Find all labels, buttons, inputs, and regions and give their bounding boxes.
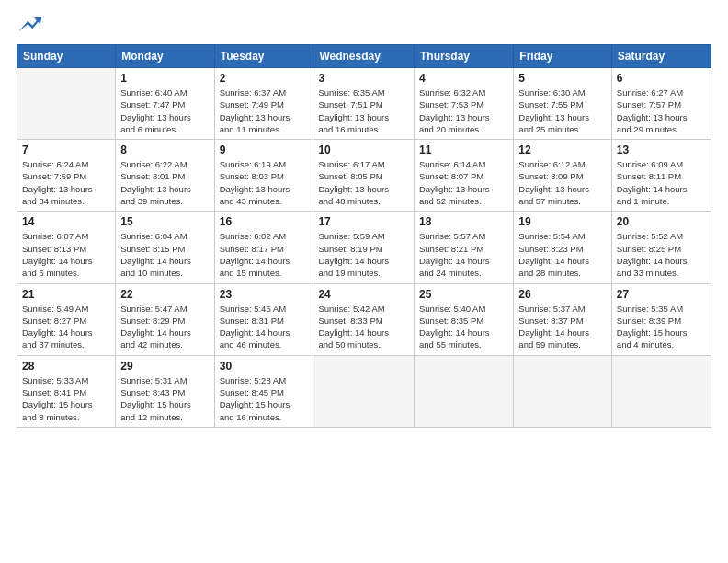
calendar-cell: 24Sunrise: 5:42 AM Sunset: 8:33 PM Dayli… [313,283,415,355]
logo-icon [17,15,42,35]
header [17,15,711,35]
day-info: Sunrise: 6:22 AM Sunset: 8:01 PM Dayligh… [120,158,209,207]
week-row-4: 21Sunrise: 5:49 AM Sunset: 8:27 PM Dayli… [17,283,711,355]
calendar-cell [313,355,415,427]
calendar-cell [514,355,612,427]
day-number: 23 [220,288,309,301]
day-number: 1 [120,72,209,85]
week-row-2: 7Sunrise: 6:24 AM Sunset: 7:59 PM Daylig… [17,140,711,212]
weekday-header-row: SundayMondayTuesdayWednesdayThursdayFrid… [17,45,711,68]
day-number: 21 [22,288,110,301]
logo [17,15,46,35]
week-row-5: 28Sunrise: 5:33 AM Sunset: 8:41 PM Dayli… [17,355,711,427]
day-info: Sunrise: 5:33 AM Sunset: 8:41 PM Dayligh… [22,374,110,423]
day-info: Sunrise: 5:31 AM Sunset: 8:43 PM Dayligh… [120,374,209,423]
day-number: 7 [22,144,110,156]
calendar-cell: 2Sunrise: 6:37 AM Sunset: 7:49 PM Daylig… [214,68,313,140]
calendar-cell: 20Sunrise: 5:52 AM Sunset: 8:25 PM Dayli… [611,212,711,283]
day-number: 19 [518,215,607,228]
day-info: Sunrise: 5:57 AM Sunset: 8:21 PM Dayligh… [419,230,508,279]
day-number: 6 [617,72,706,85]
day-number: 26 [518,288,607,301]
day-info: Sunrise: 6:24 AM Sunset: 7:59 PM Dayligh… [22,158,110,207]
weekday-header-friday: Friday [514,45,612,68]
day-info: Sunrise: 5:52 AM Sunset: 8:25 PM Dayligh… [617,230,706,279]
calendar-cell: 6Sunrise: 6:27 AM Sunset: 7:57 PM Daylig… [611,68,711,140]
calendar-cell [415,355,514,427]
calendar-cell: 23Sunrise: 5:45 AM Sunset: 8:31 PM Dayli… [214,283,313,355]
day-info: Sunrise: 6:09 AM Sunset: 8:11 PM Dayligh… [617,158,706,207]
calendar-cell: 19Sunrise: 5:54 AM Sunset: 8:23 PM Dayli… [514,212,612,283]
calendar-cell: 26Sunrise: 5:37 AM Sunset: 8:37 PM Dayli… [514,283,612,355]
day-number: 12 [518,144,607,156]
day-info: Sunrise: 6:12 AM Sunset: 8:09 PM Dayligh… [518,158,607,207]
day-number: 4 [419,72,508,85]
day-info: Sunrise: 6:02 AM Sunset: 8:17 PM Dayligh… [220,230,309,279]
calendar-cell: 15Sunrise: 6:04 AM Sunset: 8:15 PM Dayli… [116,212,214,283]
day-number: 14 [22,215,110,228]
calendar-cell: 11Sunrise: 6:14 AM Sunset: 8:07 PM Dayli… [415,140,514,212]
calendar-cell: 1Sunrise: 6:40 AM Sunset: 7:47 PM Daylig… [116,68,214,140]
calendar-cell: 8Sunrise: 6:22 AM Sunset: 8:01 PM Daylig… [116,140,214,212]
calendar-cell: 14Sunrise: 6:07 AM Sunset: 8:13 PM Dayli… [17,212,116,283]
weekday-header-saturday: Saturday [611,45,711,68]
weekday-header-monday: Monday [116,45,214,68]
day-number: 13 [617,144,706,156]
calendar-cell: 9Sunrise: 6:19 AM Sunset: 8:03 PM Daylig… [214,140,313,212]
day-info: Sunrise: 5:59 AM Sunset: 8:19 PM Dayligh… [318,230,409,279]
day-number: 2 [220,72,309,85]
calendar-cell: 17Sunrise: 5:59 AM Sunset: 8:19 PM Dayli… [313,212,415,283]
day-info: Sunrise: 5:49 AM Sunset: 8:27 PM Dayligh… [22,303,110,351]
calendar-cell: 16Sunrise: 6:02 AM Sunset: 8:17 PM Dayli… [214,212,313,283]
weekday-header-thursday: Thursday [415,45,514,68]
page: SundayMondayTuesdayWednesdayThursdayFrid… [0,0,728,563]
day-number: 11 [419,144,508,156]
day-info: Sunrise: 5:35 AM Sunset: 8:39 PM Dayligh… [617,303,706,351]
day-info: Sunrise: 6:17 AM Sunset: 8:05 PM Dayligh… [318,158,409,207]
calendar: SundayMondayTuesdayWednesdayThursdayFrid… [17,44,711,428]
day-info: Sunrise: 6:35 AM Sunset: 7:51 PM Dayligh… [318,86,409,135]
day-info: Sunrise: 5:37 AM Sunset: 8:37 PM Dayligh… [518,303,607,351]
day-info: Sunrise: 6:07 AM Sunset: 8:13 PM Dayligh… [22,230,110,279]
day-number: 24 [318,288,409,301]
day-number: 22 [120,288,209,301]
calendar-cell: 5Sunrise: 6:30 AM Sunset: 7:55 PM Daylig… [514,68,612,140]
day-info: Sunrise: 5:54 AM Sunset: 8:23 PM Dayligh… [518,230,607,279]
calendar-cell: 25Sunrise: 5:40 AM Sunset: 8:35 PM Dayli… [415,283,514,355]
day-info: Sunrise: 5:47 AM Sunset: 8:29 PM Dayligh… [120,303,209,351]
calendar-cell: 12Sunrise: 6:12 AM Sunset: 8:09 PM Dayli… [514,140,612,212]
calendar-cell: 3Sunrise: 6:35 AM Sunset: 7:51 PM Daylig… [313,68,415,140]
day-number: 3 [318,72,409,85]
day-number: 18 [419,215,508,228]
day-number: 16 [220,215,309,228]
day-info: Sunrise: 6:32 AM Sunset: 7:53 PM Dayligh… [419,86,508,135]
weekday-header-sunday: Sunday [17,45,116,68]
weekday-header-wednesday: Wednesday [313,45,415,68]
day-info: Sunrise: 6:37 AM Sunset: 7:49 PM Dayligh… [220,86,309,135]
calendar-cell: 18Sunrise: 5:57 AM Sunset: 8:21 PM Dayli… [415,212,514,283]
day-number: 8 [120,144,209,156]
day-info: Sunrise: 6:19 AM Sunset: 8:03 PM Dayligh… [220,158,309,207]
day-number: 17 [318,215,409,228]
calendar-cell: 27Sunrise: 5:35 AM Sunset: 8:39 PM Dayli… [611,283,711,355]
day-number: 10 [318,144,409,156]
day-info: Sunrise: 5:42 AM Sunset: 8:33 PM Dayligh… [318,303,409,351]
day-info: Sunrise: 5:28 AM Sunset: 8:45 PM Dayligh… [220,374,309,423]
calendar-cell [611,355,711,427]
week-row-1: 1Sunrise: 6:40 AM Sunset: 7:47 PM Daylig… [17,68,711,140]
day-number: 25 [419,288,508,301]
calendar-cell: 29Sunrise: 5:31 AM Sunset: 8:43 PM Dayli… [116,355,214,427]
calendar-cell: 28Sunrise: 5:33 AM Sunset: 8:41 PM Dayli… [17,355,116,427]
day-number: 27 [617,288,706,301]
calendar-cell: 4Sunrise: 6:32 AM Sunset: 7:53 PM Daylig… [415,68,514,140]
calendar-cell [17,68,116,140]
day-info: Sunrise: 6:30 AM Sunset: 7:55 PM Dayligh… [518,86,607,135]
day-info: Sunrise: 5:45 AM Sunset: 8:31 PM Dayligh… [220,303,309,351]
day-info: Sunrise: 6:27 AM Sunset: 7:57 PM Dayligh… [617,86,706,135]
day-info: Sunrise: 6:04 AM Sunset: 8:15 PM Dayligh… [120,230,209,279]
weekday-header-tuesday: Tuesday [214,45,313,68]
day-number: 15 [120,215,209,228]
day-number: 20 [617,215,706,228]
day-info: Sunrise: 5:40 AM Sunset: 8:35 PM Dayligh… [419,303,508,351]
calendar-cell: 13Sunrise: 6:09 AM Sunset: 8:11 PM Dayli… [611,140,711,212]
